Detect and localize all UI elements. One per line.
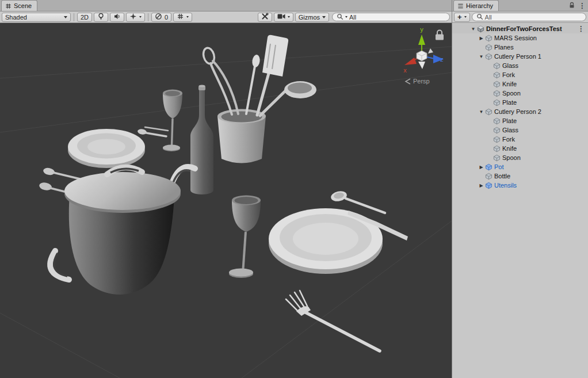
foldout-collapsed-icon[interactable]: ▶: [478, 36, 485, 41]
indent-spacer: [452, 167, 478, 167]
search-icon: [337, 13, 343, 21]
hierarchy-item-utensils[interactable]: ▶Utensils: [452, 181, 588, 190]
indent-spacer: [452, 139, 486, 140]
gameobject-icon: [493, 62, 501, 70]
hierarchy-item-label: Glass: [501, 127, 518, 133]
axis-negative-cone[interactable]: [428, 48, 433, 54]
foldout-expanded-icon[interactable]: ▼: [469, 26, 477, 32]
hidden-objects-button[interactable]: 0: [151, 13, 171, 22]
2d-toggle-button[interactable]: 2D: [77, 13, 92, 22]
panel-lock-icon[interactable]: [568, 2, 575, 10]
hierarchy-item-pot[interactable]: ▶Pot: [452, 162, 588, 171]
gizmos-label: Gizmos: [299, 14, 320, 21]
hierarchy-item-plate[interactable]: Plate: [452, 116, 588, 125]
camera-dropdown-button[interactable]: [274, 13, 293, 22]
effects-star-icon: [129, 13, 137, 21]
plate-left-object[interactable]: [68, 129, 145, 168]
scene-options-kebab-icon[interactable]: ⋮: [578, 25, 585, 33]
hierarchy-list-icon: [457, 3, 464, 9]
gameobject-icon: [493, 154, 501, 162]
hierarchy-item-label: Spoon: [501, 154, 521, 161]
chevron-down-icon: [464, 16, 467, 18]
hierarchy-tab[interactable]: Hierarchy: [453, 0, 499, 11]
speaker-icon: [113, 13, 121, 21]
effects-dropdown-button[interactable]: [126, 13, 145, 22]
hierarchy-item-knife[interactable]: Knife: [452, 79, 588, 89]
foldout-expanded-icon[interactable]: ▼: [478, 54, 485, 59]
indent-spacer: [452, 158, 486, 158]
gameobject-icon: [485, 53, 492, 60]
gameobject-icon: [493, 99, 501, 106]
create-add-dropdown[interactable]: +: [454, 13, 470, 22]
hierarchy-item-cutlery-person-1[interactable]: ▼Cutlery Person 1: [452, 52, 588, 61]
hierarchy-item-dinnerfortwoforcestest[interactable]: ▼DinnerForTwoForcesTest⋮: [452, 24, 588, 33]
toolbar-separator: [74, 13, 74, 21]
hierarchy-item-plate[interactable]: Plate: [452, 98, 588, 107]
lighting-toggle-button[interactable]: [94, 13, 108, 22]
utensil-cup-object[interactable]: [217, 109, 266, 163]
scene-viewport[interactable]: y z x Persp: [0, 23, 452, 378]
hierarchy-item-knife[interactable]: Knife: [452, 144, 588, 153]
hierarchy-search-field[interactable]: All: [472, 13, 586, 21]
hierarchy-item-planes[interactable]: Planes: [452, 43, 588, 52]
hierarchy-panel: Hierarchy ⋮ + All ▼DinnerForTwoForcesTes…: [452, 0, 588, 378]
axis-x-cone[interactable]: [404, 58, 417, 65]
foldout-collapsed-icon[interactable]: ▶: [478, 183, 485, 188]
indent-spacer: [452, 47, 478, 48]
wine-glass-back-object[interactable]: [163, 90, 182, 152]
gameobject-icon: [485, 44, 492, 51]
hierarchy-item-bottle[interactable]: Bottle: [452, 171, 588, 181]
hierarchy-item-spoon[interactable]: Spoon: [452, 89, 588, 98]
axis-negative-cone[interactable]: [418, 62, 425, 69]
foldout-expanded-icon[interactable]: ▼: [478, 109, 485, 114]
indent-spacer: [452, 56, 478, 57]
gameobject-icon: [485, 173, 492, 180]
hierarchy-item-cutlery-person-2[interactable]: ▼Cutlery Person 2: [452, 107, 588, 116]
hierarchy-item-fork[interactable]: Fork: [452, 135, 588, 144]
gameobject-icon: [493, 71, 501, 79]
audio-toggle-button[interactable]: [110, 13, 124, 22]
hierarchy-item-spoon[interactable]: Spoon: [452, 153, 588, 162]
wine-glass-front-object[interactable]: [229, 196, 261, 278]
pot-object[interactable]: [50, 167, 195, 295]
scene-grid-icon: [5, 3, 12, 9]
hierarchy-item-glass[interactable]: Glass: [452, 61, 588, 70]
chevron-down-icon: [64, 16, 67, 18]
hierarchy-item-label: Bottle: [492, 173, 510, 180]
tools-button[interactable]: [258, 13, 272, 22]
hierarchy-item-label: DinnerForTwoForcesTest: [484, 25, 562, 32]
wine-bottle-object[interactable]: [190, 85, 213, 195]
hierarchy-item-fork[interactable]: Fork: [452, 70, 588, 79]
projection-toggle[interactable]: Persp: [406, 78, 430, 85]
hierarchy-search-value: All: [485, 14, 492, 21]
hidden-count-label: 0: [165, 14, 168, 21]
fork-bottom-object[interactable]: [286, 291, 380, 351]
foldout-collapsed-icon[interactable]: ▶: [478, 165, 485, 170]
hierarchy-item-label: Fork: [501, 71, 515, 78]
viewport-lock-icon[interactable]: [436, 30, 444, 40]
grid-visibility-dropdown[interactable]: [173, 13, 192, 22]
projection-label: Persp: [413, 78, 430, 85]
gizmos-dropdown[interactable]: Gizmos: [295, 13, 329, 22]
axis-y-cone[interactable]: [418, 35, 425, 45]
gameobject-icon: [493, 127, 501, 134]
scene-tab[interactable]: Scene: [1, 0, 37, 11]
panel-menu-kebab-icon[interactable]: ⋮: [579, 2, 586, 9]
prefab-icon: [485, 182, 492, 189]
gameobject-icon: [485, 108, 492, 116]
hierarchy-tab-label: Hierarchy: [466, 2, 493, 9]
shading-mode-dropdown[interactable]: Shaded: [2, 13, 71, 22]
hierarchy-item-glass[interactable]: Glass: [452, 125, 588, 135]
2d-toggle-label: 2D: [81, 14, 89, 21]
indent-spacer: [452, 121, 486, 121]
hierarchy-item-label: Cutlery Person 1: [492, 53, 541, 60]
hierarchy-item-mars-session[interactable]: ▶MARS Session: [452, 33, 588, 43]
cutlery-top-object[interactable]: [137, 127, 168, 136]
indent-spacer: [452, 130, 486, 131]
indent-spacer: [452, 148, 486, 149]
search-icon: [476, 13, 483, 21]
scene-search-field[interactable]: All: [332, 13, 450, 21]
crossed-tools-icon: [261, 13, 269, 21]
indent-spacer: [452, 29, 469, 29]
hierarchy-toolbar: + All: [452, 12, 588, 23]
